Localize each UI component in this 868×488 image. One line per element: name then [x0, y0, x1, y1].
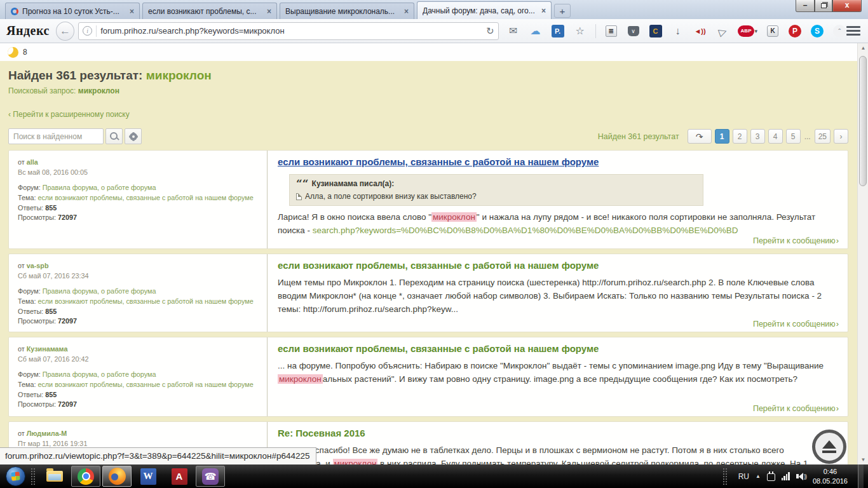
power-icon[interactable] — [767, 473, 775, 481]
pocket-icon[interactable]: ∨ — [627, 24, 641, 38]
moon-icon[interactable] — [8, 47, 18, 58]
keyboard-key-icon[interactable]: K — [766, 24, 780, 38]
result-url-link[interactable]: search.php?keywords=%D0%BC%D0%B8%D0%BA%D… — [313, 226, 738, 235]
document-icon — [296, 193, 302, 200]
language-indicator[interactable]: RU — [738, 472, 749, 481]
search-row: Найден 361 результат ↷ 1 2 3 4 5 ... 25 … — [8, 128, 848, 144]
scroll-to-top-button[interactable] — [812, 430, 846, 464]
download-arrow-icon[interactable]: ↓ — [671, 24, 685, 38]
adobe-taskbar-button[interactable]: A — [165, 466, 194, 487]
chrome-taskbar-button[interactable] — [71, 466, 100, 487]
url-bar[interactable]: i forum.prihoz.ru/search.php?keywords=ми… — [78, 22, 498, 40]
page-button-2[interactable]: 2 — [733, 129, 747, 144]
author-link[interactable]: va-spb — [27, 262, 49, 269]
topic-link[interactable]: если возникают проблемы, связанные с раб… — [37, 194, 253, 201]
refresh-icon[interactable]: ↻ — [486, 25, 494, 37]
tab-close-icon[interactable]: × — [404, 7, 409, 16]
result-title-link[interactable]: если возникают проблемы, связанные с раб… — [278, 156, 599, 167]
viber-taskbar-button[interactable]: ☎ — [196, 466, 225, 487]
menu-icon[interactable] — [846, 26, 860, 36]
result-body: если возникают проблемы, связанные с раб… — [268, 254, 848, 332]
author-link[interactable]: Кузинамама — [27, 345, 68, 353]
scroll-up-arrow-icon[interactable]: ▲ — [858, 45, 868, 51]
toolbar-separator — [595, 24, 596, 38]
skype-icon[interactable]: S — [810, 24, 824, 38]
close-button[interactable]: x — [832, 0, 862, 12]
back-button[interactable]: ← — [56, 22, 74, 41]
page-button-3[interactable]: 3 — [750, 129, 765, 144]
gear-icon — [130, 133, 137, 140]
c-extension-icon[interactable]: C — [649, 24, 663, 38]
author-link[interactable]: alla — [27, 158, 38, 166]
adblock-plus-icon[interactable]: ABP▾ — [738, 24, 757, 38]
result-title-link[interactable]: если возникают проблемы, связанные с раб… — [278, 260, 599, 271]
result-meta: от Кузинамама Сб май 07, 2016 20:42 Фору… — [9, 337, 268, 416]
tab-dacha-forum-active[interactable]: Дачный форум: дача, сад, ого... × — [417, 1, 552, 19]
network-signal-icon[interactable] — [782, 472, 790, 480]
speaker-extension-icon[interactable]: ◄)) — [693, 24, 707, 38]
up-triangle-icon — [822, 440, 836, 449]
tab-microclonal[interactable]: Выращивание микроклональ... × — [280, 3, 414, 19]
word-taskbar-button[interactable]: W — [133, 466, 163, 487]
scroll-down-arrow-icon[interactable]: ▼ — [858, 457, 868, 463]
goto-message-link[interactable]: Перейти к сообщению› — [753, 236, 839, 245]
tab-close-icon[interactable]: × — [267, 7, 271, 16]
minimize-button[interactable]: – — [796, 0, 815, 12]
clipboard-icon[interactable]: ≣ — [604, 24, 618, 38]
yandex-logo[interactable]: Яндекс — [6, 24, 50, 38]
vertical-scrollbar[interactable]: ▲ ▼ — [857, 43, 868, 464]
collapse-chevron-icon[interactable]: ˆ — [832, 24, 846, 38]
start-button[interactable] — [6, 466, 25, 486]
tab-weather[interactable]: Прогноз на 10 суток Усть-... × — [5, 3, 140, 19]
page-button-4[interactable]: 4 — [768, 129, 783, 144]
topic-link[interactable]: если возникают проблемы, связанные с раб… — [37, 381, 253, 388]
p-extension-icon[interactable]: P. — [551, 24, 565, 38]
new-tab-button[interactable]: + — [554, 4, 571, 18]
page-button-last[interactable]: 25 — [815, 129, 831, 144]
pinterest-icon[interactable]: P — [788, 24, 802, 38]
goto-message-link[interactable]: Перейти к сообщению› — [753, 319, 839, 329]
show-desktop-button[interactable] — [858, 464, 864, 488]
page-button-1[interactable]: 1 — [715, 129, 729, 144]
advanced-search-link[interactable]: ‹ Перейти к расширенному поиску — [8, 110, 848, 119]
url-text[interactable]: forum.prihoz.ru/search.php?keywords=микр… — [100, 26, 482, 36]
explorer-taskbar-button[interactable] — [40, 466, 69, 487]
bookmark-star-icon[interactable]: ☆ — [573, 24, 587, 38]
restore-button[interactable] — [815, 0, 832, 12]
navigation-toolbar: Яндекс ← i forum.prihoz.ru/search.php?ke… — [0, 19, 868, 43]
tray-chevron-icon[interactable]: ▲ — [756, 473, 761, 479]
scrollbar-thumb[interactable] — [859, 56, 867, 186]
next-page-button[interactable]: › — [834, 129, 848, 144]
send-plane-icon[interactable]: ▷ — [713, 22, 731, 39]
search-result-row: от va-spb Сб май 07, 2016 23:34 Форум: П… — [8, 254, 848, 332]
system-tray: RU ▲ )) 0:46 08.05.2016 — [722, 464, 866, 488]
viber-icon: ☎ — [202, 468, 219, 485]
clock[interactable]: 0:46 08.05.2016 — [813, 467, 848, 485]
forum-link[interactable]: Правила форума, о работе форума — [43, 370, 156, 378]
forum-link[interactable]: Правила форума, о работе форума — [43, 184, 156, 191]
tab-forum-topic[interactable]: если возникают проблемы, с... × — [142, 3, 277, 19]
search-button[interactable] — [105, 128, 123, 144]
mail-icon[interactable]: ✉ — [506, 24, 520, 38]
restore-icon — [821, 3, 827, 8]
result-title-link[interactable]: Re: Посевная 2016 — [278, 428, 365, 438]
forum-link[interactable]: Правила форума, о работе форума — [43, 287, 156, 295]
search-in-results-input[interactable] — [8, 128, 104, 144]
search-settings-button[interactable] — [125, 128, 142, 144]
goto-message-link[interactable]: Перейти к сообщению› — [753, 403, 839, 413]
tab-title: Выращивание микроклональ... — [285, 7, 400, 16]
tab-close-icon[interactable]: × — [130, 7, 134, 16]
topic-link[interactable]: если возникают проблемы, связанные с раб… — [37, 297, 253, 305]
folder-icon — [46, 471, 63, 482]
info-icon[interactable]: i — [83, 26, 92, 36]
page-button-5[interactable]: 5 — [786, 129, 801, 144]
volume-icon[interactable]: )) — [796, 473, 806, 480]
tab-close-icon[interactable]: × — [541, 6, 546, 15]
author-link[interactable]: Людмила-М — [27, 430, 67, 437]
tab-title: если возникают проблемы, с... — [148, 7, 263, 16]
result-title-link[interactable]: если возникают проблемы, связанные с раб… — [278, 343, 599, 354]
cloud-icon[interactable]: ☁ — [529, 24, 543, 38]
firefox-taskbar-button[interactable] — [102, 466, 132, 487]
jump-to-page-button[interactable]: ↷ — [688, 129, 712, 144]
quote-icon: ““ — [296, 180, 309, 187]
